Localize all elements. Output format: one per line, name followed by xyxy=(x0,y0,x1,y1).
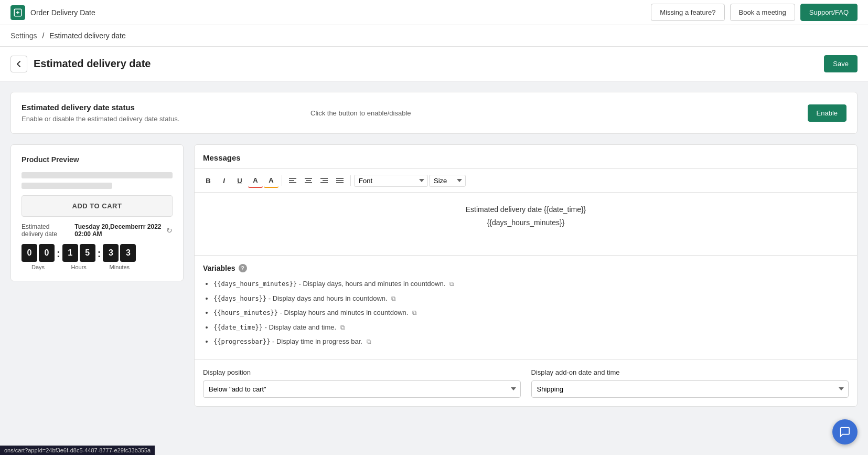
two-col-layout: Product Preview ADD TO CART Estimated de… xyxy=(10,144,858,407)
list-item: {{hours_minutes}} - Display hours and mi… xyxy=(213,308,849,318)
countdown-hours-d2: 5 xyxy=(80,244,95,262)
breadcrumb-parent[interactable]: Settings xyxy=(10,31,37,40)
back-button[interactable] xyxy=(10,56,27,72)
preview-line-2 xyxy=(22,183,112,189)
display-position-group: Display position Below "add to cart" Abo… xyxy=(203,368,521,398)
topbar-right: Missing a feature? Book a meeting Suppor… xyxy=(651,4,858,21)
editor-area[interactable]: Estimated delivery date {{date_time}} {{… xyxy=(195,193,857,256)
delivery-date: Tuesday 20,Decemberrr 2022 02:00 AM xyxy=(74,223,163,238)
status-title: Estimated delivery date status xyxy=(22,103,290,112)
variables-section: Variables ? {{days_hours_minutes}} - Dis… xyxy=(195,256,857,359)
display-addon-label: Display add-on date and time xyxy=(531,368,849,376)
bg-color-button[interactable]: A xyxy=(264,173,278,188)
page-header-left: Estimated delivery date xyxy=(10,56,151,72)
countdown-minutes-digits: 3 3 xyxy=(103,244,136,262)
countdown-colon-1: : xyxy=(57,248,60,260)
delivery-text: Estimated delivery date xyxy=(22,223,71,238)
messages-card: Messages B I U A A xyxy=(194,144,858,407)
help-icon[interactable]: ? xyxy=(239,264,247,272)
page-title: Estimated delivery date xyxy=(34,58,151,70)
book-meeting-button[interactable]: Book a meeting xyxy=(730,4,795,21)
italic-button[interactable]: I xyxy=(217,173,231,188)
copy-icon-2[interactable]: ⧉ xyxy=(391,295,396,302)
status-row: Estimated delivery date status Enable or… xyxy=(10,92,858,134)
display-addon-group: Display add-on date and time Shipping Pr… xyxy=(531,368,849,398)
align-left-button[interactable] xyxy=(285,173,300,188)
list-item: {{days_hours_minutes}} - Display days, h… xyxy=(213,279,849,289)
enable-button[interactable]: Enable xyxy=(808,104,846,122)
breadcrumb-bar: Settings / Estimated delivery date xyxy=(0,25,868,47)
list-item: {{progressbar}} - Display time in progre… xyxy=(213,336,849,347)
display-row: Display position Below "add to cart" Abo… xyxy=(195,359,857,406)
copy-icon-5[interactable]: ⧉ xyxy=(367,338,371,345)
copy-icon-4[interactable]: ⧉ xyxy=(340,324,345,331)
status-right: Click the button to enable/disable Enabl… xyxy=(290,104,846,122)
editor-line-2: {{days_hours_minutes}} xyxy=(205,216,846,229)
page-header: Estimated delivery date Save xyxy=(0,47,868,81)
copy-icon-3[interactable]: ⧉ xyxy=(412,309,417,316)
list-item: {{days_hours}} - Display days and hours … xyxy=(213,293,849,304)
editor-line-1: Estimated delivery date {{date_time}} xyxy=(205,203,846,216)
add-to-cart-button[interactable]: ADD TO CART xyxy=(22,195,173,217)
display-position-select[interactable]: Below "add to cart" Above "add to cart" … xyxy=(203,380,521,398)
breadcrumb-separator: / xyxy=(42,31,44,40)
breadcrumb: Settings / Estimated delivery date xyxy=(10,31,126,40)
toolbar-divider-1 xyxy=(282,175,282,186)
display-addon-select[interactable]: Shipping Processing Both xyxy=(531,380,849,398)
messages-title: Messages xyxy=(195,145,857,168)
countdown-days-label: Days xyxy=(31,264,45,270)
underline-button[interactable]: U xyxy=(232,173,247,188)
product-preview-card: Product Preview ADD TO CART Estimated de… xyxy=(10,144,184,281)
topbar-left: Order Delivery Date xyxy=(10,5,95,20)
preview-line-1 xyxy=(22,172,173,178)
var-desc-4: - Display date and time. xyxy=(265,323,338,331)
font-select[interactable]: Font Arial Georgia Times New Roman xyxy=(354,175,428,187)
delivery-info: Estimated delivery date Tuesday 20,Decem… xyxy=(22,223,173,238)
toolbar-divider-2 xyxy=(350,175,351,186)
var-desc-2: - Display days and hours in countdown. xyxy=(269,294,390,302)
countdown-minutes-group: 3 3 Minutes xyxy=(103,244,136,270)
countdown-hours-d1: 1 xyxy=(62,244,78,262)
justify-button[interactable] xyxy=(333,173,347,188)
var-code-1[interactable]: {{days_hours_minutes}} xyxy=(213,280,297,288)
app-title: Order Delivery Date xyxy=(30,8,95,17)
refresh-icon[interactable]: ↻ xyxy=(166,226,173,235)
var-code-3[interactable]: {{hours_minutes}} xyxy=(213,309,278,316)
variables-label: Variables xyxy=(203,264,235,272)
countdown-minutes-d1: 3 xyxy=(103,244,119,262)
countdown-colon-2: : xyxy=(98,248,101,260)
align-center-button[interactable] xyxy=(301,173,316,188)
app-logo-icon xyxy=(13,8,23,17)
countdown-days-d1: 0 xyxy=(22,244,37,262)
support-faq-button[interactable]: Support/FAQ xyxy=(800,4,858,21)
breadcrumb-current: Estimated delivery date xyxy=(49,31,126,40)
var-desc-1: - Display days, hours and minutes in cou… xyxy=(299,280,447,288)
variables-title: Variables ? xyxy=(203,264,849,272)
font-color-button[interactable]: A xyxy=(248,173,263,188)
var-code-4[interactable]: {{date_time}} xyxy=(213,324,263,331)
app-logo xyxy=(10,5,25,20)
var-code-2[interactable]: {{days_hours}} xyxy=(213,295,266,302)
size-select[interactable]: Size 12 14 16 18 xyxy=(429,175,466,187)
countdown-days-digits: 0 0 xyxy=(22,244,55,262)
save-button[interactable]: Save xyxy=(824,55,858,72)
bold-button[interactable]: B xyxy=(201,173,216,188)
countdown-hours-digits: 1 5 xyxy=(62,244,95,262)
copy-icon-1[interactable]: ⧉ xyxy=(449,280,454,288)
align-right-button[interactable] xyxy=(317,173,331,188)
countdown-minutes-d2: 3 xyxy=(120,244,136,262)
countdown-hours-group: 1 5 Hours xyxy=(62,244,95,270)
variables-list: {{days_hours_minutes}} - Display days, h… xyxy=(203,279,849,347)
editor-toolbar: B I U A A xyxy=(195,168,857,193)
status-desc: Enable or disable the estimated delivery… xyxy=(22,115,290,123)
topbar: Order Delivery Date Missing a feature? B… xyxy=(0,0,868,25)
var-desc-5: - Display time in progress bar. xyxy=(272,337,365,345)
status-left: Estimated delivery date status Enable or… xyxy=(22,103,290,123)
countdown-days-d2: 0 xyxy=(39,244,55,262)
back-arrow-icon xyxy=(15,60,23,68)
countdown-days-group: 0 0 Days xyxy=(22,244,55,270)
var-code-5[interactable]: {{progressbar}} xyxy=(213,338,270,345)
display-position-label: Display position xyxy=(203,368,521,376)
missing-feature-button[interactable]: Missing a feature? xyxy=(651,4,724,21)
product-preview-title: Product Preview xyxy=(22,155,173,164)
